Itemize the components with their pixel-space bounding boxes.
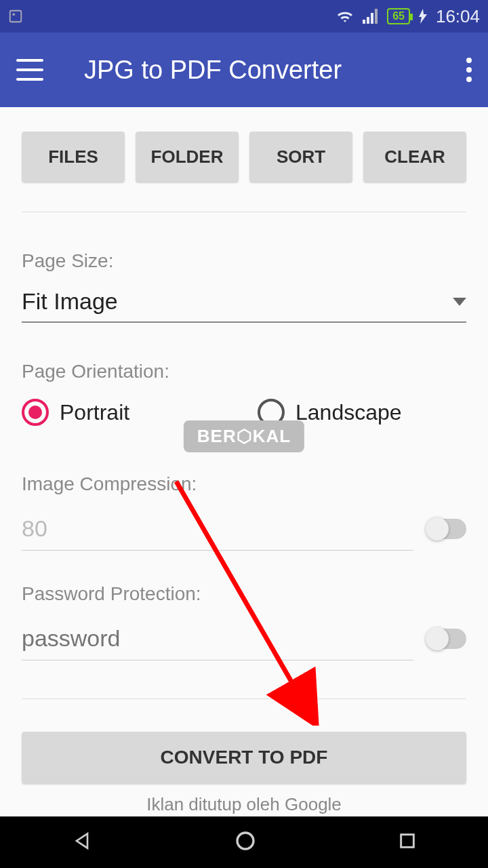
svg-rect-5: [375, 9, 378, 24]
screenshot-icon: [8, 9, 23, 24]
compression-toggle[interactable]: [427, 519, 466, 539]
toggle-knob: [426, 517, 449, 540]
more-icon[interactable]: [466, 58, 472, 82]
password-label: Password Protection:: [22, 583, 466, 605]
files-button[interactable]: FILES: [22, 132, 125, 182]
recent-icon[interactable]: [398, 831, 417, 853]
orientation-label: Page Orientation:: [22, 361, 466, 382]
portrait-label: Portrait: [60, 400, 129, 425]
password-toggle[interactable]: [427, 629, 466, 649]
wifi-icon: [336, 9, 354, 24]
svg-point-7: [237, 833, 253, 849]
battery-indicator: 65: [387, 8, 410, 24]
divider: [22, 212, 466, 212]
svg-rect-2: [363, 20, 365, 24]
svg-rect-0: [10, 11, 22, 22]
compression-input[interactable]: [22, 507, 413, 551]
watermark: BER⬡KAL: [184, 420, 304, 452]
page-size-value: Fit Image: [22, 288, 118, 315]
app-bar: JPG to PDF Converter: [0, 33, 488, 107]
landscape-label: Landscape: [296, 400, 402, 425]
password-input[interactable]: [22, 617, 413, 660]
svg-rect-8: [401, 835, 414, 848]
menu-icon[interactable]: [16, 59, 43, 81]
toggle-knob: [426, 627, 449, 650]
convert-button[interactable]: CONVERT TO PDF: [22, 732, 466, 783]
ad-closed-text: Iklan ditutup oleh Google: [22, 794, 466, 815]
google-logo: Google: [285, 794, 342, 814]
status-bar: 65 16:04: [0, 0, 488, 33]
battery-level: 65: [392, 10, 405, 22]
clock: 16:04: [436, 6, 480, 27]
signal-icon: [363, 9, 379, 24]
svg-point-1: [12, 13, 15, 16]
dropdown-icon: [453, 298, 466, 306]
action-button-row: FILES FOLDER SORT CLEAR: [22, 132, 466, 182]
sort-button[interactable]: SORT: [249, 132, 352, 182]
svg-rect-4: [371, 13, 373, 24]
app-title: JPG to PDF Converter: [84, 56, 342, 85]
navigation-bar: [0, 816, 488, 868]
svg-rect-3: [367, 17, 369, 24]
clear-button[interactable]: CLEAR: [363, 132, 466, 182]
back-icon[interactable]: [71, 830, 93, 854]
compression-label: Image Compression:: [22, 473, 466, 495]
radio-selected-icon: [22, 399, 49, 426]
divider: [22, 698, 466, 699]
page-size-select[interactable]: Fit Image: [22, 288, 466, 323]
folder-button[interactable]: FOLDER: [136, 132, 239, 182]
home-icon[interactable]: [235, 830, 256, 854]
charging-icon: [418, 9, 428, 24]
page-size-label: Page Size:: [22, 250, 466, 272]
